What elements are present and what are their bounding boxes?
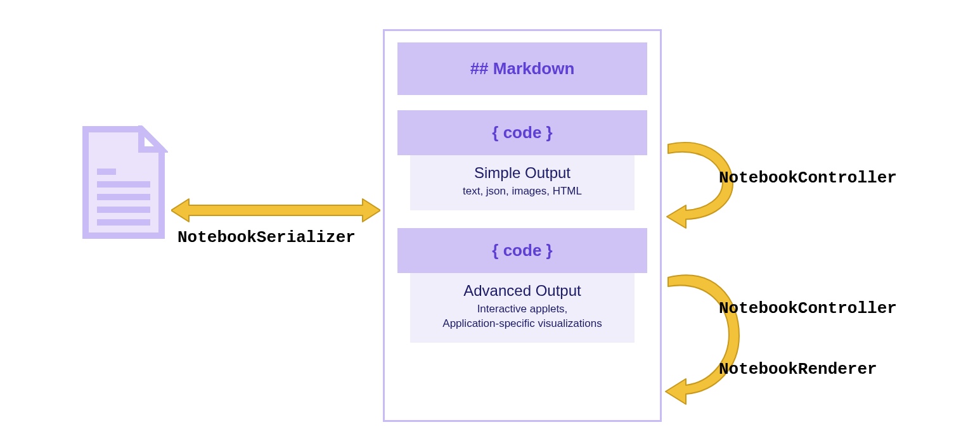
diagram-stage: NotebookSerializer ## Markdown { code } … xyxy=(0,0,980,446)
controller-label-2: NotebookController xyxy=(719,299,897,318)
code-cell-1: { code } xyxy=(397,110,647,155)
notebook-container: ## Markdown { code } Simple Output text,… xyxy=(383,29,662,422)
advanced-output-subtitle: Interactive applets, Application-specifi… xyxy=(416,302,628,331)
svg-rect-1 xyxy=(97,181,150,188)
advanced-output-line2: Application-specific visualizations xyxy=(442,317,602,329)
svg-rect-3 xyxy=(97,207,150,213)
serializer-arrow-icon xyxy=(171,198,380,223)
code-group-advanced: { code } Advanced Output Interactive app… xyxy=(397,228,647,343)
svg-rect-4 xyxy=(97,219,150,226)
controller-renderer-arrow-icon xyxy=(663,266,771,412)
svg-marker-5 xyxy=(171,199,380,222)
advanced-output-title: Advanced Output xyxy=(416,282,628,300)
advanced-output-line1: Interactive applets, xyxy=(477,303,568,315)
advanced-output-cell: Advanced Output Interactive applets, App… xyxy=(410,273,635,343)
markdown-cell: ## Markdown xyxy=(397,42,647,95)
file-document-icon xyxy=(79,125,168,239)
simple-output-cell: Simple Output text, json, images, HTML xyxy=(410,155,635,210)
svg-rect-0 xyxy=(97,169,116,175)
simple-output-title: Simple Output xyxy=(416,164,628,182)
svg-rect-2 xyxy=(97,194,150,200)
simple-output-subtitle: text, json, images, HTML xyxy=(416,184,628,199)
code-cell-2: { code } xyxy=(397,228,647,273)
controller-label-1: NotebookController xyxy=(719,169,897,188)
code-group-simple: { code } Simple Output text, json, image… xyxy=(397,110,647,210)
serializer-label: NotebookSerializer xyxy=(177,228,356,247)
renderer-label: NotebookRenderer xyxy=(719,360,877,379)
